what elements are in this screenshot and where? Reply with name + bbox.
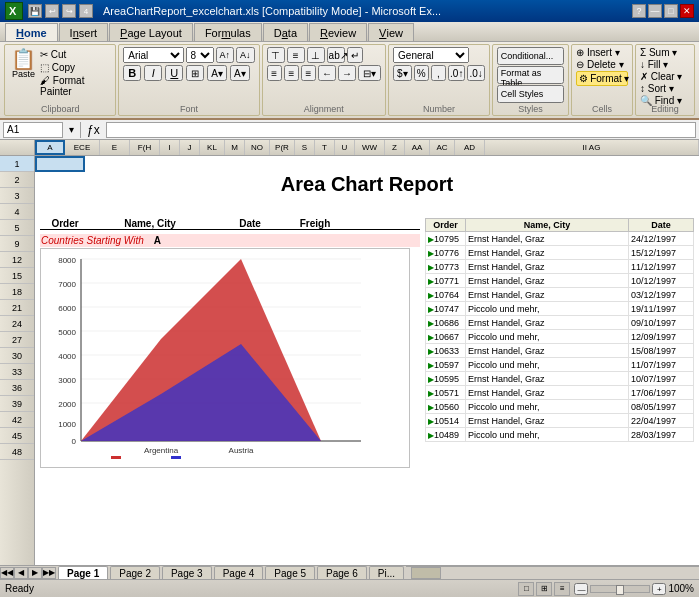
cut-button[interactable]: ✂ Cut [40, 49, 111, 60]
border-button[interactable]: ⊞ [186, 65, 204, 81]
decrease-decimal-button[interactable]: .0↓ [467, 65, 484, 81]
hscroll-track[interactable] [406, 566, 699, 580]
format-as-table-button[interactable]: Format as Table [497, 66, 564, 84]
first-sheet-button[interactable]: ◀◀ [0, 567, 14, 579]
quick-access-undo[interactable]: ↩ [45, 4, 59, 18]
row-42[interactable]: 42 [0, 412, 34, 428]
prev-sheet-button[interactable]: ◀ [14, 567, 28, 579]
col-header-t[interactable]: T [315, 140, 335, 155]
row-27[interactable]: 27 [0, 332, 34, 348]
sheet-tab-page-4[interactable]: Page 4 [214, 566, 264, 580]
row-39[interactable]: 39 [0, 396, 34, 412]
name-box-dropdown[interactable]: ▾ [66, 124, 77, 135]
help-icon[interactable]: ? [632, 4, 646, 18]
row-18[interactable]: 18 [0, 284, 34, 300]
col-header-a[interactable]: A [35, 140, 65, 155]
center-button[interactable]: ≡ [284, 65, 299, 81]
comma-button[interactable]: , [431, 65, 446, 81]
format-painter-button[interactable]: 🖌 Format Painter [40, 75, 111, 97]
merge-button[interactable]: ⊟▾ [358, 65, 381, 81]
row-9[interactable]: 9 [0, 236, 34, 252]
percent-button[interactable]: % [414, 65, 429, 81]
col-header-j[interactable]: J [180, 140, 200, 155]
insert-cells-button[interactable]: ⊕ Insert ▾ [576, 47, 628, 58]
fill-button[interactable]: ↓ Fill ▾ [640, 59, 690, 70]
tab-formulas[interactable]: Formulas [194, 23, 262, 41]
normal-view-button[interactable]: □ [518, 582, 534, 596]
wrap-text-button[interactable]: ↵ [347, 47, 363, 63]
clear-button[interactable]: ✗ Clear ▾ [640, 71, 690, 82]
align-top-button[interactable]: ⊤ [267, 47, 285, 63]
sum-button[interactable]: Σ Sum ▾ [640, 47, 690, 58]
sheet-tab-pi...[interactable]: Pi... [369, 566, 404, 580]
col-header-ac[interactable]: AC [430, 140, 455, 155]
col-header-more[interactable]: II AG [485, 140, 699, 155]
decrease-indent-button[interactable]: ← [318, 65, 336, 81]
row-30[interactable]: 30 [0, 348, 34, 364]
quick-access-4[interactable]: 4 [79, 4, 93, 18]
cell-name-box[interactable]: A1 [3, 122, 63, 138]
orientation-button[interactable]: ab↗ [327, 47, 345, 63]
row-48[interactable]: 48 [0, 444, 34, 460]
hscroll-thumb[interactable] [411, 567, 441, 579]
increase-decimal-button[interactable]: .0↑ [448, 65, 465, 81]
row-2[interactable]: 2 [0, 172, 34, 188]
copy-button[interactable]: ⬚ Copy [40, 62, 111, 73]
tab-insert[interactable]: Insert [59, 23, 109, 41]
col-header-u[interactable]: U [335, 140, 355, 155]
col-header-pr[interactable]: P(R [270, 140, 295, 155]
zoom-slider-thumb[interactable] [616, 585, 624, 595]
align-right-button[interactable]: ≡ [301, 65, 316, 81]
tab-view[interactable]: View [368, 23, 414, 41]
increase-font-button[interactable]: A↑ [216, 47, 235, 63]
font-color-button[interactable]: A▾ [230, 65, 250, 81]
row-4[interactable]: 4 [0, 204, 34, 220]
tab-data[interactable]: Data [263, 23, 308, 41]
sheet-tab-page-1[interactable]: Page 1 [58, 566, 108, 580]
col-header-z[interactable]: Z [385, 140, 405, 155]
formula-input[interactable] [106, 122, 696, 138]
sort-filter-button[interactable]: ↕ Sort ▾ [640, 83, 690, 94]
last-sheet-button[interactable]: ▶▶ [42, 567, 56, 579]
conditional-formatting-button[interactable]: Conditional... [497, 47, 564, 65]
col-header-aa[interactable]: AA [405, 140, 430, 155]
col-header-i[interactable]: I [160, 140, 180, 155]
col-header-ece[interactable]: ECE [65, 140, 100, 155]
paste-button[interactable]: 📋 Paste [9, 47, 38, 81]
fill-color-button[interactable]: A▾ [207, 65, 227, 81]
page-layout-view-button[interactable]: ⊞ [536, 582, 552, 596]
row-15[interactable]: 15 [0, 268, 34, 284]
italic-button[interactable]: I [144, 65, 162, 81]
underline-button[interactable]: U [165, 65, 183, 81]
align-bottom-button[interactable]: ⊥ [307, 47, 325, 63]
col-header-no[interactable]: NO [245, 140, 270, 155]
align-left-button[interactable]: ≡ [267, 65, 282, 81]
col-header-ww[interactable]: WW [355, 140, 385, 155]
minimize-button[interactable]: — [648, 4, 662, 18]
row-36[interactable]: 36 [0, 380, 34, 396]
sheet-tab-page-3[interactable]: Page 3 [162, 566, 212, 580]
bold-button[interactable]: B [123, 65, 141, 81]
row-24[interactable]: 24 [0, 316, 34, 332]
next-sheet-button[interactable]: ▶ [28, 567, 42, 579]
col-header-s[interactable]: S [295, 140, 315, 155]
font-size-select[interactable]: 8 [186, 47, 214, 63]
font-family-select[interactable]: Arial [123, 47, 183, 63]
quick-access-save[interactable]: 💾 [28, 4, 42, 18]
delete-cells-button[interactable]: ⊖ Delete ▾ [576, 59, 628, 70]
decrease-font-button[interactable]: A↓ [236, 47, 255, 63]
tab-home[interactable]: Home [5, 23, 58, 41]
row-1[interactable]: 1 [0, 156, 34, 172]
col-header-m[interactable]: M [225, 140, 245, 155]
align-middle-button[interactable]: ≡ [287, 47, 305, 63]
maximize-button[interactable]: □ [664, 4, 678, 18]
zoom-slider[interactable] [590, 585, 650, 593]
format-cells-button[interactable]: ⚙ Format ▾ [576, 71, 628, 86]
quick-access-redo[interactable]: ↪ [62, 4, 76, 18]
col-header-e[interactable]: E [100, 140, 130, 155]
col-header-ad[interactable]: AD [455, 140, 485, 155]
row-5[interactable]: 5 [0, 220, 34, 236]
page-break-view-button[interactable]: ≡ [554, 582, 570, 596]
row-33[interactable]: 33 [0, 364, 34, 380]
cell-styles-button[interactable]: Cell Styles [497, 85, 564, 103]
